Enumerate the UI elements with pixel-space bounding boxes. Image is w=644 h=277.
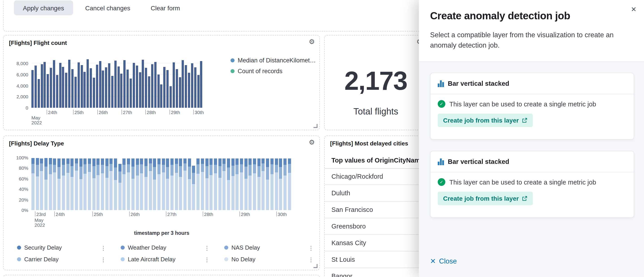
- legend-item-late-aircraft-delay[interactable]: Late Aircraft Delay: [121, 256, 175, 263]
- flight-count-bar: [62, 67, 64, 108]
- legend-item-count[interactable]: Count of records: [230, 68, 316, 75]
- legend-item-security-delay[interactable]: Security Delay: [17, 244, 62, 251]
- layer-card: Bar vertical stacked ✓ This layer can be…: [430, 73, 634, 140]
- apply-changes-button[interactable]: Apply changes: [14, 1, 73, 15]
- table-header-label: Top values of OriginCityName: [332, 157, 424, 164]
- clear-form-button[interactable]: Clear form: [148, 1, 183, 15]
- flight-count-bar: [117, 66, 120, 108]
- flight-count-ylabels: 02,0004,0006,0008,000: [7, 58, 28, 108]
- table-row[interactable]: Chicago/Rockford: [325, 168, 427, 185]
- x-axis-tick: 28th: [145, 110, 156, 115]
- create-job-button[interactable]: Create job from this layer: [438, 114, 533, 127]
- legend-options-icon[interactable]: ⋮: [204, 256, 210, 263]
- table-row[interactable]: St Louis: [325, 251, 427, 268]
- layer-card: Bar vertical stacked ✓ This layer can be…: [430, 151, 634, 218]
- bar-chart-icon: [438, 158, 444, 165]
- flight-count-bar: [68, 60, 70, 108]
- flight-count-bar: [71, 69, 74, 108]
- flight-count-bar: [188, 73, 190, 108]
- flight-count-bar: [93, 78, 95, 108]
- layer-name: Bar vertical stacked: [448, 80, 509, 87]
- panel-most-delayed-cities: [Flights] Most delayed cities Top values…: [324, 136, 428, 277]
- flight-count-bar: [50, 68, 52, 108]
- x-axis-tick: 29th: [170, 110, 180, 115]
- legend-dot: [230, 69, 234, 73]
- flight-count-bar: [136, 66, 138, 108]
- flight-count-bar: [108, 64, 110, 108]
- legend-dot: [230, 58, 234, 62]
- flight-count-bar: [120, 73, 123, 108]
- cancel-changes-button[interactable]: Cancel changes: [82, 1, 133, 15]
- flyout-close-button[interactable]: ✕ Close: [430, 257, 457, 265]
- x-axis-tick: 24th: [47, 110, 57, 115]
- legend-label: NAS Delay: [232, 244, 260, 251]
- flight-count-bar: [170, 86, 172, 108]
- table-rows: Chicago/RockfordDuluthSan FranciscoGreen…: [325, 168, 427, 277]
- flight-count-bar: [197, 75, 199, 108]
- flight-count-bar: [130, 78, 132, 108]
- flight-count-legend: Median of DistanceKilomet… Count of reco…: [230, 57, 316, 79]
- flight-count-bar: [80, 65, 83, 108]
- flight-count-bar: [56, 75, 58, 108]
- legend-item-carrier-delay[interactable]: Carrier Delay: [17, 256, 58, 263]
- flight-count-bar: [102, 71, 104, 108]
- close-icon[interactable]: ✕: [628, 4, 640, 15]
- check-circle-icon: ✓: [438, 100, 445, 108]
- flight-count-bar: [176, 69, 178, 108]
- legend-options-icon[interactable]: ⋮: [204, 245, 210, 251]
- check-circle-icon: ✓: [438, 178, 445, 186]
- legend-item-median[interactable]: Median of DistanceKilomet…: [230, 57, 316, 64]
- metric-value: 2,173: [325, 68, 427, 94]
- panel-resize-handle[interactable]: [314, 264, 318, 268]
- flight-count-bar: [77, 62, 80, 108]
- flight-count-plot: [32, 58, 203, 108]
- table-row[interactable]: Greensboro: [325, 218, 427, 235]
- flight-count-bar: [173, 62, 175, 108]
- compatibility-text: This layer can be used to create a singl…: [449, 100, 596, 108]
- flight-count-bar: [44, 62, 46, 108]
- flight-count-bar: [53, 60, 55, 108]
- panel-title: [Flights] Flight count: [9, 40, 67, 46]
- x-axis-tick: 27th: [122, 110, 132, 115]
- flight-count-bar: [38, 79, 40, 108]
- legend-label: Count of records: [238, 68, 282, 75]
- flight-count-bar: [145, 68, 147, 108]
- flight-count-bar: [157, 75, 160, 108]
- legend-options-icon[interactable]: ⋮: [308, 256, 314, 263]
- y-axis-label: 2,000: [16, 94, 28, 99]
- legend-options-icon[interactable]: ⋮: [308, 245, 314, 251]
- table-header[interactable]: Top values of OriginCityName: [325, 154, 427, 169]
- legend-dot: [224, 245, 228, 250]
- flight-count-bar: [151, 64, 154, 108]
- legend-item-weather-delay[interactable]: Weather Delay: [121, 244, 166, 251]
- flight-count-bar: [160, 84, 162, 108]
- external-link-icon: [522, 196, 528, 201]
- legend-options-icon[interactable]: ⋮: [100, 245, 106, 251]
- y-axis-label: 8,000: [16, 61, 28, 66]
- table-row[interactable]: Bangor: [325, 268, 427, 277]
- legend-item-no-delay[interactable]: No Delay: [224, 256, 256, 263]
- legend-options-icon[interactable]: ⋮: [100, 256, 106, 263]
- flight-count-bar: [47, 74, 49, 108]
- legend-label: Carrier Delay: [24, 256, 58, 263]
- x-axis-context: May 2022: [32, 115, 42, 125]
- legend-dot: [121, 257, 125, 261]
- x-axis-tick: 30th: [193, 110, 204, 115]
- flight-count-bar: [126, 70, 129, 108]
- table-row[interactable]: Duluth: [325, 185, 427, 202]
- table-row[interactable]: San Francisco: [325, 202, 427, 218]
- external-link-icon: [522, 118, 528, 123]
- flight-count-bar: [191, 64, 193, 108]
- panel-flight-count: [Flights] Flight count ⚙ 02,0004,0006,00…: [3, 35, 320, 130]
- legend-label: Late Aircraft Delay: [128, 256, 175, 263]
- panel-resize-handle[interactable]: [314, 124, 318, 128]
- flyout-title: Create anomaly detection job: [430, 10, 570, 22]
- bar-chart-icon: [438, 80, 444, 87]
- flight-count-bar: [34, 66, 37, 108]
- flight-count-bar: [74, 77, 77, 108]
- gear-icon[interactable]: ⚙: [309, 38, 315, 45]
- y-axis-label: 0: [26, 105, 28, 110]
- table-row[interactable]: Kansas City: [325, 235, 427, 251]
- legend-item-nas-delay[interactable]: NAS Delay: [224, 244, 260, 251]
- create-job-button[interactable]: Create job from this layer: [438, 192, 533, 205]
